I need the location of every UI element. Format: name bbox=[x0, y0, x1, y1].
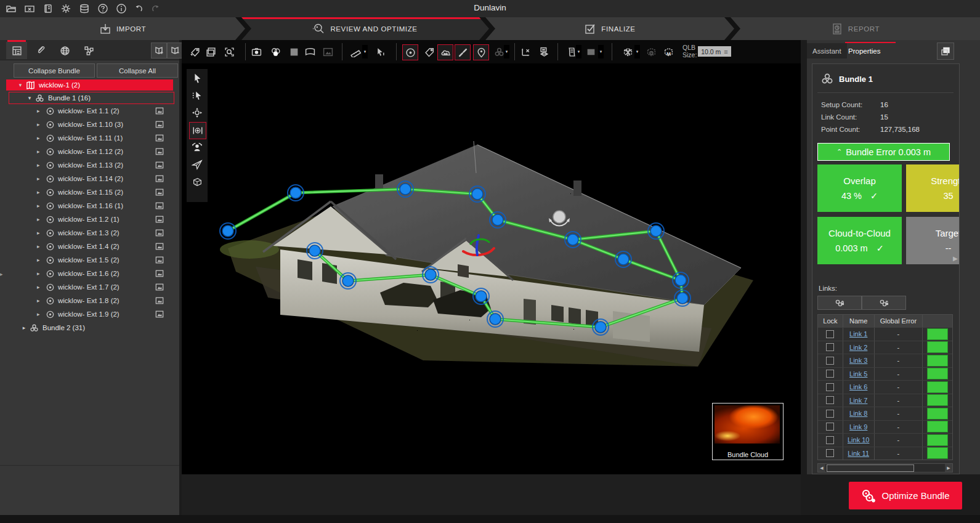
link-status-swatch[interactable] bbox=[927, 394, 948, 406]
expand-arrow-icon[interactable]: ▸ bbox=[37, 243, 43, 249]
panorama-view-tool[interactable] bbox=[302, 44, 317, 59]
workflow-tab-finalize[interactable]: FINALIZE bbox=[485, 17, 734, 40]
settings-gear-icon[interactable] bbox=[60, 3, 71, 14]
show-geotags-toggle[interactable] bbox=[473, 44, 489, 60]
lock-checkbox[interactable] bbox=[826, 423, 834, 431]
setup-node[interactable] bbox=[472, 189, 483, 200]
setup-node[interactable] bbox=[567, 234, 578, 245]
tree-item-setup[interactable]: ▸ wicklow- Ext 1.9 (2) bbox=[0, 307, 179, 321]
pano-image-icon[interactable] bbox=[155, 147, 164, 156]
link-status-swatch[interactable] bbox=[927, 447, 948, 459]
pano-image-icon[interactable] bbox=[155, 120, 164, 129]
lock-checkbox[interactable] bbox=[826, 370, 834, 378]
tree-item-setup[interactable]: ▸ wicklow- Ext 1.1 (2) bbox=[0, 104, 179, 118]
qlb-size-spinner[interactable]: 10.0 m bbox=[698, 46, 731, 57]
view-cube-tool[interactable] bbox=[189, 174, 205, 190]
storage-icon[interactable] bbox=[79, 3, 90, 14]
bundle-error-banner[interactable]: ⌃ Bundle Error 0.003 m bbox=[817, 143, 950, 161]
lock-links-button[interactable] bbox=[817, 296, 862, 310]
tree-item-setup[interactable]: ▸ wicklow- Ext 1.4 (2) bbox=[0, 240, 179, 253]
selection-rect-tool[interactable] bbox=[583, 44, 598, 59]
setup-node[interactable] bbox=[490, 314, 501, 325]
scrollbar-thumb[interactable] bbox=[827, 464, 914, 472]
tab-geotags[interactable] bbox=[54, 42, 75, 59]
links-horizontal-scrollbar[interactable]: ◀ ▶ bbox=[817, 463, 953, 472]
redo-icon[interactable] bbox=[150, 3, 161, 14]
tree-item-setup[interactable]: ▸ wicklow- Ext 1.15 (2) bbox=[0, 185, 179, 199]
pano-image-icon[interactable] bbox=[155, 242, 164, 251]
pano-image-icon[interactable] bbox=[155, 229, 164, 237]
constrained-zoom-tool[interactable] bbox=[189, 122, 206, 139]
link-status-swatch[interactable] bbox=[927, 408, 948, 420]
measure-dropdown[interactable]: ▾ bbox=[362, 45, 368, 59]
workflow-tab-review-and-optimize[interactable]: REVIEW AND OPTIMIZE bbox=[241, 17, 489, 40]
scroll-left-button[interactable]: ◀ bbox=[818, 464, 825, 472]
expand-arrow-icon[interactable]: ▸ bbox=[37, 135, 43, 141]
link-status-swatch[interactable] bbox=[927, 368, 948, 379]
pano-image-icon[interactable] bbox=[155, 107, 164, 115]
tree-item-project[interactable]: ▾ wicklow-1 (2) bbox=[6, 79, 173, 91]
zoom-to-selection-tool[interactable] bbox=[222, 44, 237, 59]
help-icon[interactable] bbox=[97, 3, 108, 14]
expand-arrow-icon[interactable]: ▸ bbox=[37, 257, 43, 263]
close-project-icon[interactable] bbox=[24, 3, 35, 14]
setup-node[interactable] bbox=[222, 225, 233, 237]
tree-item-setup[interactable]: ▸ wicklow- Ext 1.16 (1) bbox=[0, 199, 179, 213]
scroll-right-button[interactable]: ▶ bbox=[945, 464, 952, 472]
reports-icon[interactable] bbox=[43, 3, 54, 14]
tree-item-setup[interactable]: ▸ wicklow- Ext 1.13 (2) bbox=[0, 158, 179, 172]
show-setups-toggle[interactable] bbox=[402, 44, 418, 60]
link-status-swatch[interactable] bbox=[927, 341, 948, 353]
link-name[interactable]: Link 2 bbox=[849, 344, 867, 351]
link-name[interactable]: Link 7 bbox=[849, 397, 867, 404]
windows-layout-tool[interactable] bbox=[203, 44, 218, 59]
link-name[interactable]: Link 6 bbox=[849, 383, 867, 391]
setup-node[interactable] bbox=[618, 254, 629, 265]
link-name[interactable]: Link 5 bbox=[849, 370, 867, 378]
expand-arrow-icon[interactable]: ▸ bbox=[37, 148, 43, 155]
setup-node[interactable] bbox=[675, 275, 686, 286]
setup-node[interactable] bbox=[400, 184, 411, 195]
lock-checkbox[interactable] bbox=[826, 357, 834, 365]
unlock-links-button[interactable] bbox=[862, 296, 906, 310]
pano-image-icon[interactable] bbox=[155, 269, 164, 278]
lock-checkbox[interactable] bbox=[826, 396, 834, 404]
tab-assistant[interactable]: Assistant bbox=[807, 43, 847, 59]
lock-checkbox[interactable] bbox=[826, 330, 834, 338]
optimize-bundle-button[interactable]: Optimize Bundle bbox=[849, 482, 962, 509]
measure-tool[interactable] bbox=[348, 44, 363, 59]
solid-view-tool[interactable] bbox=[286, 44, 301, 59]
setup-node[interactable] bbox=[425, 269, 436, 280]
image-view-tool[interactable] bbox=[320, 44, 335, 59]
setup-node[interactable] bbox=[677, 293, 688, 304]
annotate-tag-tool[interactable] bbox=[188, 44, 203, 59]
tree-item-setup[interactable]: ▸ wicklow- Ext 1.14 (2) bbox=[0, 172, 179, 185]
strength-card[interactable]: Strength 35 bbox=[906, 164, 960, 212]
link-name[interactable]: Link 10 bbox=[848, 436, 869, 444]
pano-image-icon[interactable] bbox=[155, 215, 164, 224]
show-tags-toggle[interactable] bbox=[422, 44, 437, 59]
setup-node[interactable] bbox=[595, 322, 606, 333]
setup-node[interactable] bbox=[342, 275, 354, 286]
screenshot-tool[interactable] bbox=[249, 44, 264, 59]
tree-item-setup[interactable]: ▸ wicklow- Ext 1.5 (2) bbox=[0, 253, 179, 267]
link-status-swatch[interactable] bbox=[927, 434, 948, 446]
pano-image-icon[interactable] bbox=[155, 310, 164, 318]
expand-arrow-icon[interactable]: ▾ bbox=[26, 95, 33, 101]
link-status-swatch[interactable] bbox=[927, 381, 948, 393]
tree-item-setup[interactable]: ▸ wicklow- Ext 1.2 (1) bbox=[0, 213, 179, 226]
tree-item-bundle-1[interactable]: ▾ Bundle 1 (16) bbox=[9, 92, 174, 104]
3d-viewport[interactable]: Bundle Cloud bbox=[182, 63, 801, 474]
setup-node[interactable] bbox=[650, 225, 662, 237]
remove-bundle-button[interactable] bbox=[167, 43, 183, 59]
selection-dropdown[interactable]: ▾ bbox=[598, 45, 604, 59]
collapse-all-button[interactable]: Collapse All bbox=[97, 63, 178, 78]
pano-image-icon[interactable] bbox=[155, 161, 164, 169]
expand-arrow-icon[interactable]: ▸ bbox=[37, 298, 43, 304]
tab-properties[interactable]: Properties bbox=[843, 43, 886, 59]
workflow-tab-import[interactable]: IMPORT bbox=[0, 17, 245, 40]
lock-checkbox[interactable] bbox=[826, 410, 834, 418]
fly-tool[interactable] bbox=[189, 156, 205, 172]
tab-project-tree[interactable] bbox=[6, 42, 27, 59]
tree-item-setup[interactable]: ▸ wicklow- Ext 1.10 (3) bbox=[0, 118, 179, 131]
